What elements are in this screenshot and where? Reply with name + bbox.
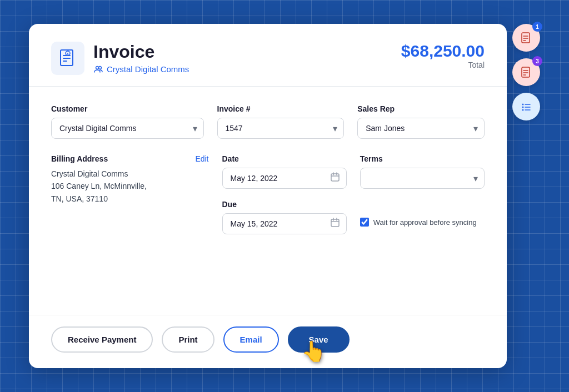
sidebar-icon-1[interactable]: 1 (512, 24, 540, 52)
edit-link[interactable]: Edit (195, 154, 208, 163)
sidebar-icon-3[interactable] (512, 93, 540, 120)
form-row-1: Customer Crystal Digital Comms ▾ Invoice… (51, 104, 485, 139)
billing-line1: Crystal Digital Comms (51, 168, 209, 180)
customer-badge: Crystal Digital Comms (93, 64, 189, 74)
billing-label-row: Billing Address Edit (51, 154, 209, 163)
invoice-card: $ Invoice Crystal Digital Comms (29, 24, 507, 368)
header-left: $ Invoice Crystal Digital Comms (51, 42, 189, 75)
sidebar-icons: 1 3 (512, 24, 540, 120)
svg-point-26 (522, 107, 524, 108)
invoice-group: Invoice # 1547 ▾ (217, 104, 345, 139)
invoice-icon: $ (58, 48, 78, 68)
billing-line2: 106 Caney Ln, McMinnville, (51, 180, 209, 192)
svg-point-7 (99, 66, 102, 69)
total-amount: $68,250.00 (401, 42, 485, 61)
invoice-title: Invoice (93, 42, 189, 62)
save-button[interactable]: Save (288, 326, 350, 353)
svg-rect-16 (522, 33, 530, 43)
salesrep-select-wrap: Sam Jones ▾ (357, 118, 485, 139)
due-group: Due (222, 200, 347, 234)
invoice-icon-wrap: $ (51, 42, 84, 75)
list-lines-icon (520, 100, 532, 113)
date-input-wrap (222, 168, 347, 189)
svg-point-28 (522, 109, 524, 111)
header-right: $68,250.00 Total (401, 42, 485, 69)
salesrep-label: Sales Rep (357, 104, 485, 113)
approval-checkbox[interactable] (360, 218, 369, 227)
invoice-select[interactable]: 1547 (217, 118, 345, 139)
total-label: Total (401, 61, 485, 69)
people-icon (93, 64, 103, 74)
billing-group: Billing Address Edit Crystal Digital Com… (51, 154, 209, 205)
checkbox-group: Wait for approval before syncing (360, 200, 485, 227)
terms-group: Terms ▾ (360, 154, 485, 189)
due-label: Due (222, 200, 347, 209)
email-button[interactable]: Email (223, 326, 279, 353)
due-checkbox-row: Due (222, 200, 485, 234)
due-input-wrap (222, 213, 347, 234)
billing-line3: TN, USA, 37110 (51, 193, 209, 205)
invoice-list-icon-1 (520, 32, 532, 44)
receive-payment-button[interactable]: Receive Payment (51, 326, 153, 353)
customer-group: Customer Crystal Digital Comms ▾ (51, 104, 204, 139)
svg-rect-20 (522, 67, 530, 77)
salesrep-select[interactable]: Sam Jones (357, 118, 485, 139)
header-customer-name: Crystal Digital Comms (107, 64, 189, 74)
date-input[interactable] (222, 168, 347, 189)
terms-select[interactable] (360, 168, 485, 189)
customer-select[interactable]: Crystal Digital Comms (51, 118, 204, 139)
header-title-group: Invoice Crystal Digital Comms (93, 42, 189, 74)
form-row-2: Billing Address Edit Crystal Digital Com… (51, 154, 485, 234)
card-footer: Receive Payment Print Email Save (29, 315, 507, 368)
invoice-list-icon-2 (520, 66, 532, 78)
salesrep-group: Sales Rep Sam Jones ▾ (357, 104, 485, 139)
invoice-select-wrap: 1547 ▾ (217, 118, 345, 139)
sidebar-icon-2[interactable]: 3 (512, 58, 540, 86)
due-input[interactable] (222, 213, 347, 234)
print-button[interactable]: Print (162, 326, 214, 353)
invoice-number-label: Invoice # (217, 104, 345, 113)
main-container: $ Invoice Crystal Digital Comms (29, 24, 540, 368)
sidebar-icon-2-badge: 3 (532, 56, 542, 66)
checkbox-label: Wait for approval before syncing (373, 218, 477, 227)
billing-label: Billing Address (51, 154, 108, 163)
terms-label: Terms (360, 154, 485, 163)
card-body: Customer Crystal Digital Comms ▾ Invoice… (29, 87, 507, 315)
sidebar-icon-1-badge: 1 (532, 22, 542, 32)
billing-address: Crystal Digital Comms 106 Caney Ln, McMi… (51, 168, 209, 205)
customer-select-wrap: Crystal Digital Comms ▾ (51, 118, 204, 139)
date-terms-due-group: Date (222, 154, 485, 234)
terms-select-wrap: ▾ (360, 168, 485, 189)
date-terms-row: Date (222, 154, 485, 189)
svg-point-24 (522, 104, 524, 105)
date-group: Date (222, 154, 347, 189)
customer-label: Customer (51, 104, 204, 113)
card-header: $ Invoice Crystal Digital Comms (29, 24, 507, 87)
date-label: Date (222, 154, 347, 163)
